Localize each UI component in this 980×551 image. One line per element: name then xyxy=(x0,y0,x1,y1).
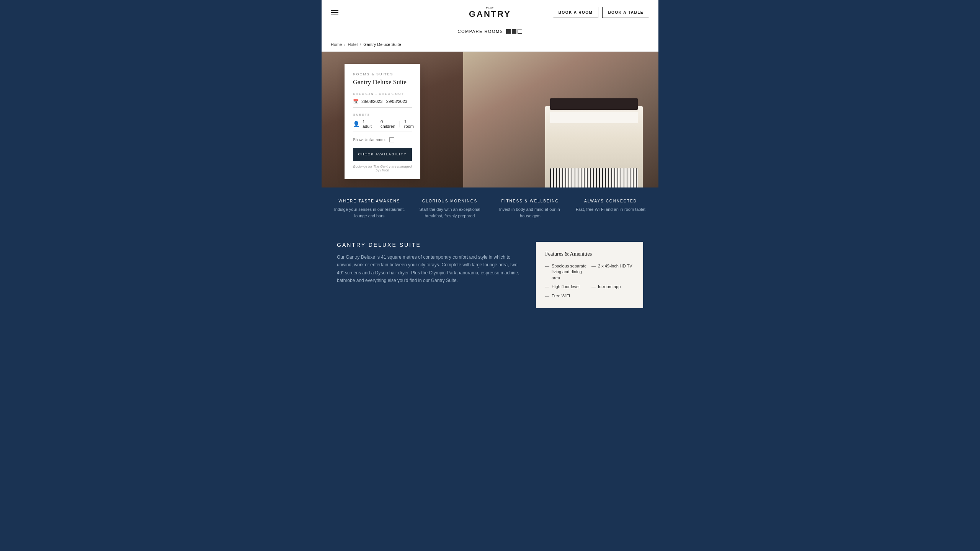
logo[interactable]: THE GANTRY xyxy=(469,7,511,18)
hamburger-menu-icon[interactable] xyxy=(331,10,338,15)
breadcrumb-sep2: / xyxy=(360,42,361,47)
guests-adults: 1 adult xyxy=(363,119,372,129)
feature-connected: ALWAYS CONNECTED Fast, free Wi-Fi and an… xyxy=(570,199,651,219)
similar-rooms-checkbox[interactable] xyxy=(389,137,394,142)
hero-panel-right xyxy=(463,52,658,187)
person-icon: 👤 xyxy=(353,121,359,127)
hero-section: ROOMS & SUITES Gantry Deluxe Suite CHECK… xyxy=(322,52,658,187)
feature-taste-desc: Indulge your senses in our restaurant, l… xyxy=(333,206,406,219)
book-room-button[interactable]: BOOK A ROOM xyxy=(553,7,599,18)
feature-fitness-title: FITNESS & WELLBEING xyxy=(494,199,567,203)
logo-main: GANTRY xyxy=(469,10,511,18)
breadcrumb: Home / Hotel / Gantry Deluxe Suite xyxy=(322,37,658,52)
guests-divider-2: | xyxy=(399,121,400,127)
breadcrumb-home[interactable]: Home xyxy=(331,42,342,47)
similar-row: Show similar rooms xyxy=(353,137,412,142)
feature-fitness: FITNESS & WELLBEING Invest in body and m… xyxy=(490,199,570,219)
room-info-title: GANTRY DELUXE SUITE xyxy=(337,242,524,248)
header-left xyxy=(331,10,338,15)
compare-label: COMPARE ROOMS xyxy=(458,29,503,34)
book-table-button[interactable]: BOOK A TABLE xyxy=(602,7,649,18)
features-bar: WHERE TASTE AWAKENS Indulge your senses … xyxy=(322,187,658,230)
date-field[interactable]: 📅 28/08/2023 - 29/08/2023 xyxy=(353,99,412,108)
room-info-desc: Our Gantry Deluxe is 41 square metres of… xyxy=(337,253,524,285)
feature-taste: WHERE TASTE AWAKENS Indulge your senses … xyxy=(329,199,410,219)
amenity-floor: — High floor level xyxy=(545,284,588,290)
checkin-label: CHECK-IN - CHECK-OUT xyxy=(353,92,412,96)
feature-taste-title: WHERE TASTE AWAKENS xyxy=(333,199,406,203)
amenities-title: Features & Amenities xyxy=(545,251,634,257)
header-buttons: BOOK A ROOM BOOK A TABLE xyxy=(553,7,649,18)
bed-visual xyxy=(545,106,643,187)
compare-bar: COMPARE ROOMS xyxy=(322,25,658,37)
breadcrumb-sep1: / xyxy=(344,42,345,47)
amenity-wifi: — Free WiFi xyxy=(545,293,588,299)
guests-divider-1: | xyxy=(376,121,377,127)
similar-label: Show similar rooms xyxy=(353,138,386,142)
feature-mornings: GLORIOUS MORNINGS Start the day with an … xyxy=(410,199,490,219)
feature-mornings-title: GLORIOUS MORNINGS xyxy=(413,199,486,203)
bed-pillows xyxy=(550,112,638,123)
calendar-icon: 📅 xyxy=(353,99,358,104)
lower-section: GANTRY DELUXE SUITE Our Gantry Deluxe is… xyxy=(322,230,658,320)
amenity-living: — Spacious separate living and dining ar… xyxy=(545,263,588,281)
amenities-card: Features & Amenities — Spacious separate… xyxy=(536,242,643,308)
breadcrumb-current: Gantry Deluxe Suite xyxy=(363,42,401,47)
card-category: ROOMS & SUITES xyxy=(353,72,412,76)
amenities-grid: — Spacious separate living and dining ar… xyxy=(545,263,634,299)
feature-connected-desc: Fast, free Wi-Fi and an in-room tablet xyxy=(574,206,647,213)
compare-square-3[interactable] xyxy=(518,29,522,34)
card-title: Gantry Deluxe Suite xyxy=(353,78,412,86)
feature-connected-title: ALWAYS CONNECTED xyxy=(574,199,647,203)
feature-mornings-desc: Start the day with an exceptional breakf… xyxy=(413,206,486,219)
feature-fitness-desc: Invest in body and mind at our in-house … xyxy=(494,206,567,219)
header: THE GANTRY BOOK A ROOM BOOK A TABLE xyxy=(322,0,658,25)
compare-square-2[interactable] xyxy=(512,29,516,34)
bed-cover xyxy=(550,168,638,187)
card-note: Bookings for The Gantry are managed by H… xyxy=(353,165,412,172)
amenity-app: — In-room app xyxy=(591,284,634,290)
amenity-tv: — 2 x 49-inch HD TV xyxy=(591,263,634,281)
guests-field[interactable]: 👤 1 adult | 0 children | 1 room xyxy=(353,119,412,132)
breadcrumb-hotel[interactable]: Hotel xyxy=(348,42,358,47)
room-info: GANTRY DELUXE SUITE Our Gantry Deluxe is… xyxy=(337,242,524,285)
guests-label: GUESTS xyxy=(353,113,412,116)
date-value: 28/08/2023 - 29/08/2023 xyxy=(361,99,407,104)
bed-headboard xyxy=(550,98,638,110)
booking-card: ROOMS & SUITES Gantry Deluxe Suite CHECK… xyxy=(345,64,420,179)
compare-squares xyxy=(506,29,522,34)
check-availability-button[interactable]: CHECK AVAILABILITY xyxy=(353,148,412,161)
guests-children: 0 children xyxy=(381,119,395,129)
compare-square-1[interactable] xyxy=(506,29,511,34)
guests-room: 1 room xyxy=(404,119,414,129)
